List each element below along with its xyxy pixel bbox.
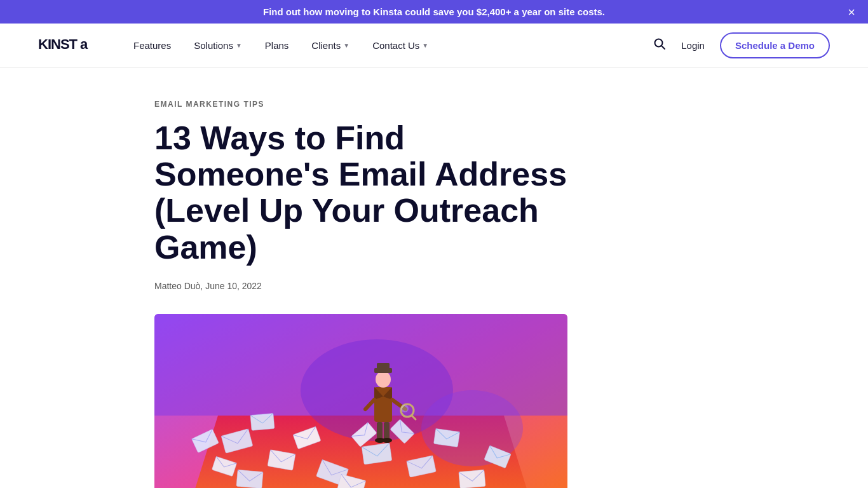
banner-text: Find out how moving to Kinsta could save… [263,6,605,17]
clients-arrow-icon: ▼ [343,42,349,49]
svg-point-38 [401,405,409,412]
svg-point-28 [376,371,391,388]
nav-solutions[interactable]: Solutions ▼ [194,40,242,51]
svg-rect-30 [377,363,390,370]
nav-contact-us[interactable]: Contact Us ▼ [372,40,428,51]
nav-clients[interactable]: Clients ▼ [311,40,349,51]
solutions-arrow-icon: ▼ [236,42,242,49]
banner-close-button[interactable]: × [848,6,855,18]
nav-right: Login Schedule a Demo [653,32,830,58]
main-nav: KINST a Features Solutions ▼ Plans Clien… [0,24,868,68]
svg-text:a: a [80,36,88,52]
login-link[interactable]: Login [681,40,705,51]
hero-image [154,314,567,488]
nav-links: Features Solutions ▼ Plans Clients ▼ Con… [133,40,653,51]
search-icon[interactable] [653,37,666,53]
nav-plans[interactable]: Plans [265,40,289,51]
svg-line-3 [661,46,665,49]
svg-rect-15 [362,443,391,464]
nav-features[interactable]: Features [133,40,171,51]
svg-rect-31 [377,422,383,440]
site-logo[interactable]: KINST a [38,35,95,57]
svg-point-34 [382,438,392,443]
article-title: 13 Ways to Find Someone's Email Address … [154,120,587,266]
article-category: EMAIL MARKETING TIPS [154,100,714,109]
contact-arrow-icon: ▼ [422,42,428,49]
article-meta: Matteo Duò, June 10, 2022 [154,281,714,291]
svg-rect-11 [250,413,275,430]
svg-rect-32 [384,422,390,440]
top-banner: Find out how moving to Kinsta could save… [0,0,868,24]
svg-text:KINST: KINST [38,36,78,52]
schedule-demo-button[interactable]: Schedule a Demo [720,32,830,58]
main-content: EMAIL MARKETING TIPS 13 Ways to Find Som… [116,68,752,488]
svg-rect-18 [434,428,460,447]
